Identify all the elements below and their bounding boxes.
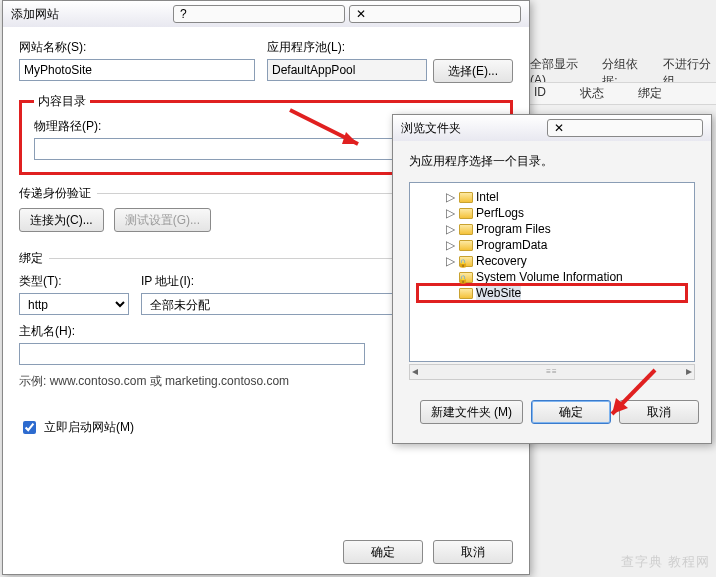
browse-ok-button[interactable]: 确定 — [531, 400, 611, 424]
app-pool-input — [267, 59, 427, 81]
folder-lock-icon — [459, 256, 473, 267]
folder-icon — [459, 288, 473, 299]
col-state[interactable]: 状态 — [580, 85, 604, 102]
content-dir-legend: 内容目录 — [34, 93, 90, 110]
new-folder-button[interactable]: 新建文件夹 (M) — [420, 400, 523, 424]
start-now-input[interactable] — [23, 421, 36, 434]
type-select[interactable]: http — [19, 293, 129, 315]
binding-legend: 绑定 — [19, 250, 43, 267]
col-id[interactable]: ID — [534, 85, 546, 102]
connect-as-button[interactable]: 连接为(C)... — [19, 208, 104, 232]
watermark: 查字典 教程网 — [621, 553, 710, 571]
folder-icon — [459, 240, 473, 251]
folder-tree[interactable]: ▷Intel ▷PerfLogs ▷Program Files ▷Program… — [409, 182, 695, 362]
browse-close-icon[interactable]: ✕ — [547, 119, 703, 137]
close-icon[interactable]: ✕ — [349, 5, 521, 23]
app-pool-label: 应用程序池(L): — [267, 39, 513, 56]
add-dialog-titlebar: 添加网站 ? ✕ — [3, 1, 529, 27]
browse-cancel-button[interactable]: 取消 — [619, 400, 699, 424]
test-settings-button: 测试设置(G)... — [114, 208, 211, 232]
browse-instruction: 为应用程序选择一个目录。 — [409, 153, 695, 170]
tree-item-programfiles[interactable]: ▷Program Files — [418, 221, 686, 237]
tree-item-website[interactable]: WebSite — [418, 285, 686, 301]
tree-hscrollbar[interactable]: ≡≡ — [409, 364, 695, 380]
tree-item-recovery[interactable]: ▷Recovery — [418, 253, 686, 269]
type-label: 类型(T): — [19, 273, 129, 290]
help-icon[interactable]: ? — [173, 5, 345, 23]
tree-item-programdata[interactable]: ▷ProgramData — [418, 237, 686, 253]
add-ok-button[interactable]: 确定 — [343, 540, 423, 564]
site-name-input[interactable] — [19, 59, 255, 81]
folder-icon — [459, 208, 473, 219]
select-pool-button[interactable]: 选择(E)... — [433, 59, 513, 83]
auth-label: 传递身份验证 — [19, 185, 91, 202]
folder-icon — [459, 192, 473, 203]
start-now-label: 立即启动网站(M) — [44, 419, 134, 436]
host-input[interactable] — [19, 343, 365, 365]
site-name-label: 网站名称(S): — [19, 39, 255, 56]
folder-icon — [459, 224, 473, 235]
tree-item-svi[interactable]: System Volume Information — [418, 269, 686, 285]
browse-folder-dialog: 浏览文件夹 ✕ 为应用程序选择一个目录。 ▷Intel ▷PerfLogs ▷P… — [392, 114, 712, 444]
tree-item-perflogs[interactable]: ▷PerfLogs — [418, 205, 686, 221]
browse-dialog-titlebar: 浏览文件夹 ✕ — [393, 115, 711, 141]
add-dialog-title: 添加网站 — [11, 6, 169, 23]
browse-dialog-title: 浏览文件夹 — [401, 120, 543, 137]
col-bind[interactable]: 绑定 — [638, 85, 662, 102]
add-cancel-button[interactable]: 取消 — [433, 540, 513, 564]
tree-item-intel[interactable]: ▷Intel — [418, 189, 686, 205]
folder-lock-icon — [459, 272, 473, 283]
